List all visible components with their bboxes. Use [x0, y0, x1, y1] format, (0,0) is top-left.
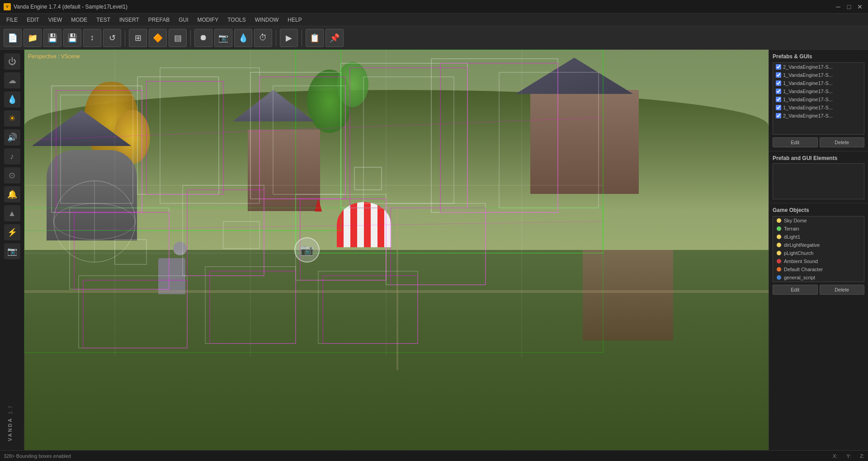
- sidebar-icon-music[interactable]: ♪: [4, 148, 20, 165]
- menu-item-help[interactable]: HELP: [283, 15, 306, 25]
- game-object-item[interactable]: pLightChurch: [773, 249, 864, 257]
- window-controls[interactable]: ─ □ ✕: [834, 2, 864, 11]
- game-object-item[interactable]: dLight1: [773, 233, 864, 241]
- game-object-dot: [777, 226, 781, 231]
- toolbar-button[interactable]: 🔶: [149, 29, 167, 47]
- toolbar-button[interactable]: 💾: [43, 29, 61, 47]
- menu-item-edit[interactable]: EDIT: [22, 15, 43, 25]
- prefab-checkbox[interactable]: [776, 113, 781, 118]
- prefabs-delete-button[interactable]: Delete: [820, 137, 865, 147]
- sidebar-icon-sun[interactable]: ☀: [4, 110, 20, 127]
- x-coord-label: X:: [833, 453, 837, 459]
- toolbar-button[interactable]: 📄: [4, 29, 22, 47]
- menu-item-test[interactable]: TEST: [92, 15, 115, 25]
- prefab-label: 1_VandaEngine17-S...: [783, 97, 833, 102]
- toolbar-button[interactable]: 📋: [306, 29, 324, 47]
- menu-item-tools[interactable]: TOOLS: [223, 15, 250, 25]
- viewport-label: Perspective : VScene: [28, 53, 80, 60]
- menu-bar: FILEEDITVIEWMODETESTINSERTPREFABGUIMODIF…: [0, 14, 868, 26]
- prefab-checkbox[interactable]: [776, 64, 781, 70]
- toolbar: 📄📁💾💾↕↺⊞🔶▤⏺📷💧⏱▶📋📌: [0, 26, 868, 50]
- prefab-item[interactable]: 2_VandaEngine17-S...: [773, 63, 864, 71]
- toolbar-button[interactable]: ▤: [169, 29, 187, 47]
- game-object-item[interactable]: dirLightNegative: [773, 241, 864, 249]
- game-object-item[interactable]: Default Character: [773, 265, 864, 273]
- prefab-item[interactable]: 1_VandaEngine17-S...: [773, 71, 864, 79]
- viewport-bg: 📷: [24, 50, 769, 450]
- game-object-label: Sky Dome: [784, 218, 807, 223]
- prefab-checkbox[interactable]: [776, 105, 781, 110]
- prefabs-edit-button[interactable]: Edit: [773, 137, 818, 147]
- menu-item-window[interactable]: WINDOW: [250, 15, 283, 25]
- toolbar-button[interactable]: 📁: [24, 29, 42, 47]
- game-object-label: Default Character: [784, 267, 823, 272]
- maximize-button[interactable]: □: [844, 2, 854, 11]
- game-objects-edit-button[interactable]: Edit: [773, 285, 818, 295]
- toolbar-button[interactable]: 💧: [234, 29, 252, 47]
- camera-viewport-icon[interactable]: 📷: [294, 237, 320, 263]
- prefab-item[interactable]: 2_VandaEngine17-S...: [773, 112, 864, 120]
- sidebar-icon-terrain[interactable]: ▲: [4, 205, 20, 221]
- prefab-label: 1_VandaEngine17-S...: [783, 89, 833, 94]
- menu-item-view[interactable]: VIEW: [44, 15, 67, 25]
- sidebar-icon-cloud[interactable]: ☁: [4, 72, 20, 89]
- toolbar-button[interactable]: 📷: [214, 29, 232, 47]
- prefab-item[interactable]: 1_VandaEngine17-S...: [773, 103, 864, 112]
- prefab-item[interactable]: 1_VandaEngine17-S...: [773, 95, 864, 103]
- toolbar-button[interactable]: ▶: [280, 29, 298, 47]
- menu-item-prefab[interactable]: PREFAB: [144, 15, 174, 25]
- toolbar-button[interactable]: ⏱: [254, 29, 272, 47]
- sidebar-icon-power[interactable]: ⏻: [4, 53, 20, 70]
- prefab-elements-content: [773, 163, 864, 199]
- sidebar-icon-dial[interactable]: ⊙: [4, 167, 20, 183]
- toolbar-button[interactable]: ⊞: [129, 29, 147, 47]
- minimize-button[interactable]: ─: [834, 2, 843, 11]
- game-objects-buttons: Edit Delete: [773, 285, 864, 295]
- sidebar-icon-camera[interactable]: 📷: [4, 243, 20, 259]
- game-objects-delete-button[interactable]: Delete: [820, 285, 865, 295]
- menu-item-mode[interactable]: MODE: [66, 15, 92, 25]
- toolbar-button[interactable]: 📌: [326, 29, 344, 47]
- menu-item-gui[interactable]: GUI: [174, 15, 193, 25]
- game-object-item[interactable]: Terrain: [773, 225, 864, 233]
- z-coord-label: Z:: [860, 453, 864, 459]
- viewport[interactable]: Perspective : VScene: [24, 50, 769, 450]
- status-message: 328> Bounding boxes enabled: [4, 453, 824, 459]
- prefab-label: 2_VandaEngine17-S...: [783, 113, 833, 118]
- prefab-checkbox[interactable]: [776, 97, 781, 102]
- prefabs-list[interactable]: 2_VandaEngine17-S...1_VandaEngine17-S...…: [773, 62, 864, 135]
- menu-item-modify[interactable]: MODIFY: [193, 15, 223, 25]
- toolbar-separator: [302, 30, 302, 46]
- toolbar-button[interactable]: ↕: [83, 29, 101, 47]
- prefab-item[interactable]: 1_VandaEngine17-S...: [773, 87, 864, 95]
- menu-item-file[interactable]: FILE: [2, 15, 22, 25]
- game-object-dot: [777, 267, 781, 272]
- menu-item-insert[interactable]: INSERT: [115, 15, 144, 25]
- sidebar-icon-water[interactable]: 💧: [4, 91, 20, 108]
- game-object-label: Terrain: [784, 226, 799, 231]
- game-objects-list[interactable]: Sky DomeTerraindLight1dirLightNegativepL…: [773, 216, 864, 282]
- toolbar-button[interactable]: ⏺: [194, 29, 212, 47]
- toolbar-button[interactable]: ↺: [103, 29, 121, 47]
- prefab-checkbox[interactable]: [776, 89, 781, 94]
- game-object-dot: [777, 275, 781, 280]
- prefab-item[interactable]: 1_VandaEngine17-S...: [773, 79, 864, 87]
- prefab-elements-section: Prefab and GUI Elements: [769, 151, 868, 203]
- sidebar-icon-lightning[interactable]: ⚡: [4, 224, 20, 240]
- game-object-label: dirLightNegative: [784, 242, 820, 248]
- toolbar-button[interactable]: 💾: [63, 29, 81, 47]
- sidebar-icon-bell[interactable]: 🔔: [4, 186, 20, 202]
- game-object-item[interactable]: Ambient Sound: [773, 257, 864, 265]
- coordinates: X: Y: Z:: [833, 453, 864, 459]
- prefab-checkbox[interactable]: [776, 72, 781, 78]
- brand-text: VANDA: [7, 417, 13, 441]
- game-object-dot: [777, 259, 781, 263]
- prefab-checkbox[interactable]: [776, 80, 781, 86]
- prefab-label: 1_VandaEngine17-S...: [783, 72, 833, 78]
- close-button[interactable]: ✕: [855, 2, 864, 11]
- game-object-item[interactable]: general_script: [773, 273, 864, 282]
- sidebar-icon-sound[interactable]: 🔊: [4, 129, 20, 146]
- prefab-label: 1_VandaEngine17-S...: [783, 80, 833, 86]
- prefabs-header: Prefabs & GUIs: [773, 53, 864, 60]
- game-object-item[interactable]: Sky Dome: [773, 216, 864, 225]
